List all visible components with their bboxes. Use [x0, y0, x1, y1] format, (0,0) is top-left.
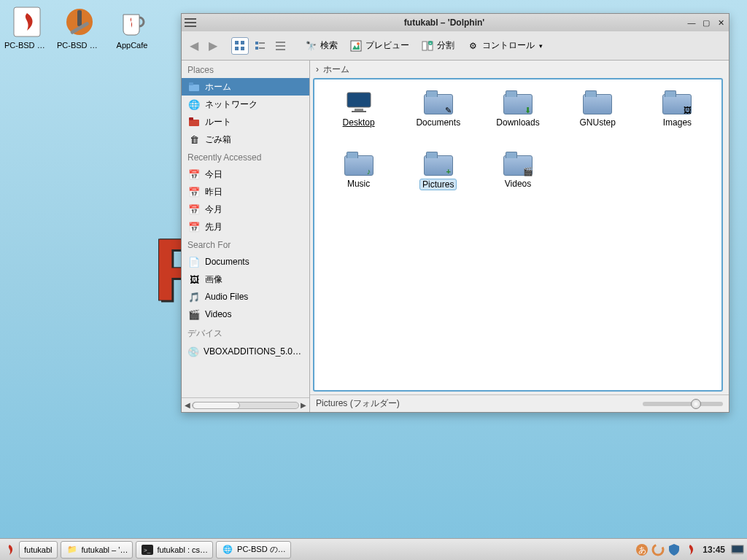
zoom-slider[interactable] [643, 402, 723, 406]
sidebar-item-label: ネットワーク [205, 98, 258, 111]
calendar-icon: 📅 [187, 220, 201, 233]
sidebar-item-label: Audio Files [205, 292, 248, 302]
sidebar-search-videos[interactable]: 🎬Videos [182, 306, 309, 323]
flame-page-icon [9, 4, 44, 39]
task-dolphin[interactable]: 📁futukabl – '… [61, 541, 133, 559]
file-label: Videos [505, 179, 531, 189]
ime-icon[interactable]: あ [635, 543, 649, 556]
sidebar-item-lastmonth[interactable]: 📅先月 [182, 218, 309, 236]
sidebar-search-audio[interactable]: 🎵Audio Files [182, 288, 309, 306]
minimize-button[interactable]: — [686, 18, 697, 28]
scroll-left-icon[interactable]: ◀ [185, 401, 190, 409]
tools-icon [62, 4, 97, 39]
sidebar: Places ホーム 🌐ネットワーク ルート 🗑ごみ箱 Recently Acc… [182, 61, 310, 412]
preview-icon [349, 39, 363, 52]
sidebar-search-documents[interactable]: 📄Documents [182, 253, 309, 271]
plain-folder-icon [583, 90, 612, 114]
window-menu-icon[interactable] [185, 18, 196, 27]
desktop-icons: PC-BSD Handb… PC-BSD Control AppCafe [4, 4, 155, 50]
desktop-icon-label: PC-BSD Control [57, 41, 102, 50]
di-appcafe[interactable]: AppCafe [109, 4, 155, 50]
show-desktop-icon[interactable] [731, 543, 744, 556]
clock[interactable]: 13:45 [700, 545, 728, 555]
file-gnustep[interactable]: GNUstep [560, 90, 636, 148]
document-icon: 📄 [187, 255, 201, 268]
sidebar-header-devices: デバイス [182, 323, 309, 343]
sidebar-item-yesterday[interactable]: 📅昨日 [182, 183, 309, 201]
split-button[interactable]: + 分割 [417, 37, 459, 55]
dolphin-window: futukabl – 'Dolphin' — ▢ ✕ ◀ ▶ 🔭 検索 プレビ [181, 13, 729, 413]
sidebar-item-label: 画像 [205, 273, 222, 286]
search-button[interactable]: 🔭 検索 [300, 37, 342, 55]
documents-folder-icon: ✎ [424, 90, 453, 114]
start-button[interactable] [3, 543, 16, 556]
zoom-knob[interactable] [691, 399, 701, 409]
control-button[interactable]: ⚙ コントロール ▾ [462, 37, 547, 55]
sidebar-item-today[interactable]: 📅今日 [182, 166, 309, 183]
svg-rect-28 [355, 109, 363, 111]
scrollbar-thumb[interactable] [193, 402, 240, 409]
svg-rect-22 [189, 85, 199, 91]
file-pictures[interactable]: +Pictures [400, 151, 476, 209]
di-pcbsd-control[interactable]: PC-BSD Control [57, 4, 102, 50]
breadcrumb-label: ホーム [323, 63, 349, 76]
sidebar-item-network[interactable]: 🌐ネットワーク [182, 96, 309, 113]
maximize-button[interactable]: ▢ [701, 18, 711, 28]
update-icon[interactable] [651, 543, 665, 556]
file-documents[interactable]: ✎Documents [400, 90, 476, 148]
forward-button[interactable]: ▶ [205, 38, 221, 54]
svg-rect-11 [259, 47, 265, 49]
sidebar-item-trash[interactable]: 🗑ごみ箱 [182, 131, 309, 148]
statusbar: Pictures (フォルダー) [310, 394, 729, 412]
calendar-icon: 📅 [187, 203, 201, 216]
main-area: ›ホーム Desktop ✎Documents ⬇Downloads GNUst… [310, 61, 729, 412]
sidebar-item-label: ごみ箱 [205, 133, 231, 146]
sidebar-item-label: 先月 [205, 221, 222, 233]
file-music[interactable]: ♪Music [320, 151, 397, 209]
view-icons-button[interactable] [231, 37, 249, 55]
sidebar-item-home[interactable]: ホーム [182, 78, 309, 96]
sidebar-item-root[interactable]: ルート [182, 113, 309, 131]
task-terminal[interactable]: >_futukabl : cs… [136, 541, 213, 559]
pictures-folder-icon: + [424, 151, 453, 176]
desktop-folder-icon [344, 90, 374, 114]
task-browser[interactable]: 🌐PC-BSD の… [216, 541, 291, 559]
view-details-button[interactable] [272, 37, 290, 55]
globe-icon: 🌐 [187, 98, 201, 111]
back-button[interactable]: ◀ [186, 38, 202, 54]
svg-rect-10 [255, 47, 258, 50]
sidebar-item-label: 今日 [205, 168, 222, 181]
trash-icon: 🗑 [187, 133, 201, 146]
titlebar[interactable]: futukabl – 'Dolphin' — ▢ ✕ [182, 14, 729, 31]
svg-rect-7 [241, 47, 244, 50]
web-icon: 🌐 [221, 543, 234, 556]
image-icon: 🖼 [187, 273, 201, 286]
svg-point-34 [653, 545, 663, 555]
task-desktop[interactable]: futukabl [19, 541, 58, 559]
close-button[interactable]: ✕ [716, 18, 726, 28]
task-label: futukabl [24, 545, 53, 554]
shield-icon[interactable] [667, 543, 681, 556]
binoculars-icon: 🔭 [304, 39, 317, 52]
music-folder-icon: ♪ [344, 151, 374, 176]
svg-rect-0 [14, 7, 40, 36]
view-compact-button[interactable] [252, 37, 269, 55]
file-images[interactable]: 🖼Images [639, 90, 716, 148]
preview-button[interactable]: プレビュー [345, 37, 414, 55]
sidebar-item-label: 今月 [205, 203, 222, 216]
svg-rect-5 [241, 41, 244, 44]
flame-tray-icon[interactable] [684, 543, 697, 556]
sidebar-device-vbox[interactable]: 💿VBOXADDITIONS_5.0.4_10… [182, 343, 309, 360]
sidebar-search-images[interactable]: 🖼画像 [182, 271, 309, 288]
scrollbar-track[interactable] [192, 402, 299, 409]
file-videos[interactable]: 🎬Videos [479, 151, 556, 209]
file-view[interactable]: Desktop ✎Documents ⬇Downloads GNUstep 🖼I… [313, 78, 723, 392]
sidebar-item-thismonth[interactable]: 📅今月 [182, 201, 309, 218]
sidebar-hscroll[interactable]: ◀ ▶ [182, 397, 309, 412]
file-downloads[interactable]: ⬇Downloads [479, 90, 556, 148]
di-pcbsd-handbook[interactable]: PC-BSD Handb… [4, 4, 50, 50]
scroll-right-icon[interactable]: ▶ [301, 401, 306, 409]
file-desktop[interactable]: Desktop [320, 90, 397, 148]
breadcrumb[interactable]: ›ホーム [310, 61, 729, 78]
task-label: futukabl : cs… [157, 545, 208, 554]
